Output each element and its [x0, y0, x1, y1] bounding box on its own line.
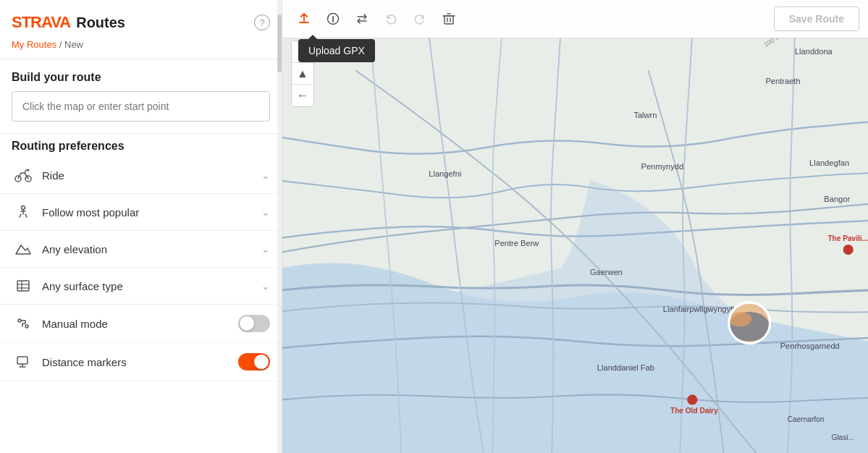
- sidebar: STRAVA Routes ? My Routes / New Build yo…: [0, 0, 282, 453]
- distance-label: Distance markers: [42, 356, 238, 368]
- map-toolbar: Save Route: [282, 0, 868, 38]
- redo-button[interactable]: [407, 6, 433, 32]
- svg-text:The Old Dairy: The Old Dairy: [670, 407, 718, 415]
- svg-text:Talwrn: Talwrn: [633, 111, 657, 119]
- svg-text:Pentre Berw: Pentre Berw: [494, 239, 539, 247]
- svg-text:Llangefni: Llangefni: [429, 169, 461, 178]
- svg-point-9: [25, 325, 28, 328]
- breadcrumb-separator: /: [59, 39, 64, 50]
- svg-text:Penmynydd: Penmynydd: [641, 162, 684, 171]
- pref-distance[interactable]: Distance markers: [0, 343, 282, 381]
- pref-follow-popular[interactable]: Follow most popular ⌄: [0, 194, 282, 231]
- breadcrumb: My Routes / New: [0, 38, 282, 59]
- undo-button[interactable]: [378, 6, 404, 32]
- pref-ride[interactable]: Ride ⌄: [0, 157, 282, 194]
- delete-button[interactable]: [436, 6, 462, 32]
- swap-button[interactable]: [349, 6, 375, 32]
- save-route-button[interactable]: Save Route: [774, 7, 859, 31]
- breadcrumb-link[interactable]: My Routes: [12, 39, 56, 50]
- distance-toggle[interactable]: [238, 353, 270, 371]
- svg-text:Bangor: Bangor: [824, 195, 850, 203]
- back-button[interactable]: ←: [292, 85, 313, 106]
- surface-chevron: ⌄: [261, 280, 270, 292]
- scrollbar-track[interactable]: [277, 0, 282, 453]
- svg-text:Llanddaniel Fab: Llanddaniel Fab: [597, 363, 654, 372]
- svg-rect-12: [444, 16, 453, 24]
- help-button[interactable]: ?: [254, 14, 270, 30]
- manual-toggle[interactable]: [238, 315, 270, 332]
- strava-logo: STRAVA: [12, 13, 70, 32]
- distance-toggle-knob: [254, 355, 269, 369]
- ride-label: Ride: [42, 169, 261, 182]
- zoom-out-button[interactable]: −: [292, 41, 313, 63]
- svg-rect-10: [17, 357, 28, 364]
- svg-text:Glasi...: Glasi...: [831, 433, 854, 441]
- logo-area: STRAVA Routes: [12, 13, 125, 32]
- map-area[interactable]: Save Route Upload GPX − ▲ ←: [282, 0, 868, 453]
- svg-point-29: [843, 245, 854, 255]
- pref-elevation[interactable]: Any elevation ⌄: [0, 231, 282, 268]
- routing-section-title: Routing preferences: [0, 134, 282, 157]
- svg-text:Llanddona: Llanddona: [795, 47, 833, 56]
- svg-text:Gaerwen: Gaerwen: [590, 268, 623, 276]
- build-section-title: Build your route: [0, 59, 282, 91]
- map-controls: − ▲ ←: [291, 41, 314, 107]
- upload-button[interactable]: [291, 6, 317, 32]
- svg-point-31: [687, 394, 697, 405]
- ride-chevron: ⌄: [261, 169, 270, 181]
- follow-popular-chevron: ⌄: [261, 206, 270, 218]
- pref-surface[interactable]: Any surface type ⌄: [0, 268, 282, 305]
- manual-toggle-knob: [240, 316, 254, 331]
- surface-label: Any surface type: [42, 280, 261, 292]
- bike-icon: [12, 167, 35, 183]
- north-button[interactable]: ▲: [292, 63, 313, 85]
- map-background[interactable]: Llanddona Pentraeth Talwrn Llangefni Pen…: [282, 36, 868, 453]
- svg-text:Pentraeth: Pentraeth: [765, 77, 800, 85]
- app-title: Routes: [76, 14, 125, 31]
- elevation-chevron: ⌄: [261, 243, 270, 255]
- manual-label: Manual mode: [42, 318, 238, 330]
- svg-text:Llandegfan: Llandegfan: [809, 158, 849, 167]
- svg-text:Penrhosgarnedd: Penrhosgarnedd: [780, 342, 840, 350]
- svg-rect-4: [17, 281, 29, 291]
- manual-icon: [12, 316, 35, 331]
- follow-popular-label: Follow most popular: [42, 206, 261, 219]
- svg-point-2: [28, 169, 30, 172]
- svg-text:Llanfairpwllgwyngyll: Llanfairpwllgwyngyll: [663, 305, 734, 313]
- elevation-icon: [12, 241, 35, 257]
- distance-icon: [12, 354, 35, 370]
- sidebar-header: STRAVA Routes ?: [0, 0, 282, 38]
- info-button[interactable]: [320, 6, 346, 32]
- scrollbar-thumb[interactable]: [277, 14, 282, 72]
- popular-icon: [12, 204, 35, 220]
- pref-manual[interactable]: Manual mode: [0, 305, 282, 343]
- elevation-label: Any elevation: [42, 243, 261, 255]
- start-point-input[interactable]: [12, 91, 270, 122]
- breadcrumb-current: New: [64, 39, 83, 50]
- svg-text:The Pavili...: The Pavili...: [827, 234, 868, 242]
- surface-icon: [12, 278, 35, 294]
- svg-text:Caernarfon: Caernarfon: [788, 415, 825, 423]
